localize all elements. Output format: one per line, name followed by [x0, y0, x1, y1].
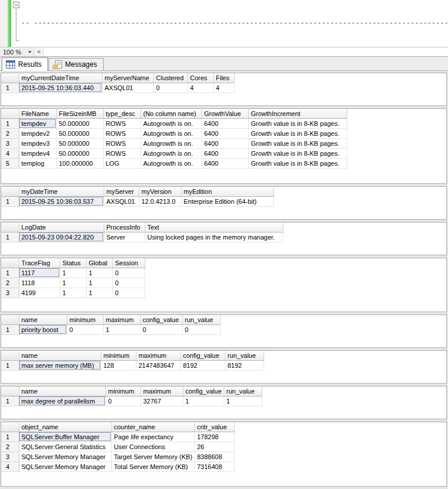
tab-results[interactable]: Results — [2, 57, 48, 71]
select-all-corner[interactable] — [1, 73, 19, 83]
cell[interactable]: AXSQL01 — [102, 83, 153, 93]
column-header[interactable]: name — [19, 351, 101, 360]
cell[interactable]: 1 — [60, 268, 86, 278]
cell[interactable]: Server — [104, 232, 145, 242]
cell[interactable]: Autogrowth is on. — [141, 148, 201, 158]
cell[interactable]: Growth value is in 8-KB pages. — [248, 148, 347, 158]
cell[interactable]: 0 — [140, 324, 182, 334]
select-all-corner[interactable] — [1, 387, 19, 396]
column-header[interactable]: config_value — [140, 315, 182, 324]
cell[interactable]: Growth value is in 8-KB pages. — [248, 118, 347, 128]
cell[interactable]: 8192 — [225, 360, 264, 370]
cell[interactable]: Total Server Memory (KB) — [111, 461, 194, 471]
column-header[interactable]: minimum — [67, 315, 103, 324]
cell[interactable]: 2015-09-25 10:36:03.537 — [19, 196, 104, 206]
cell[interactable]: 0 — [153, 83, 187, 93]
scroll-left-button[interactable]: < — [34, 47, 43, 56]
collapse-region-button[interactable]: − — [13, 2, 19, 8]
column-header[interactable]: run_value — [182, 315, 220, 324]
cell[interactable]: 0 — [112, 288, 145, 297]
column-header[interactable]: GrowthIncrement — [248, 109, 347, 118]
cell[interactable]: Autogrowth is on. — [141, 158, 201, 168]
cell[interactable]: 1118 — [19, 278, 60, 288]
cell[interactable]: ROWS — [103, 138, 141, 148]
column-header[interactable]: Text — [145, 223, 283, 232]
column-header[interactable]: (No column name) — [141, 109, 201, 118]
column-header[interactable]: Global — [86, 258, 112, 268]
row-number[interactable]: 1 — [1, 118, 19, 128]
cell[interactable]: Enterprise Edition (64-bit) — [181, 196, 273, 206]
cell[interactable]: 0 — [67, 324, 103, 334]
cell[interactable]: 1 — [103, 324, 140, 334]
cell[interactable]: Growth value is in 8-KB pages. — [248, 128, 347, 138]
row-number[interactable]: 3 — [1, 452, 19, 461]
column-header[interactable]: name — [19, 315, 67, 324]
cell[interactable]: Growth value is in 8-KB pages. — [248, 158, 347, 168]
cell[interactable]: 50.000000 — [56, 118, 103, 128]
column-header[interactable]: run_value — [224, 387, 262, 396]
column-header[interactable]: LogDate — [19, 223, 104, 232]
cell[interactable]: ROWS — [103, 148, 141, 158]
cell[interactable]: Page life expectancy — [111, 432, 194, 442]
sql-editor[interactable]: − -- -----------------------------------… — [0, 0, 448, 47]
row-number[interactable]: 2 — [1, 442, 19, 452]
cell[interactable]: ROWS — [103, 118, 141, 128]
cell[interactable]: 1 — [183, 396, 224, 406]
row-number[interactable]: 1 — [1, 360, 19, 370]
column-header[interactable]: FileSizeinMB — [56, 109, 103, 118]
horizontal-scrollbar-track[interactable] — [43, 47, 448, 56]
cell[interactable]: Autogrowth is on. — [141, 128, 201, 138]
cell[interactable]: User Connections — [111, 442, 194, 452]
cell[interactable]: 32767 — [141, 396, 183, 406]
column-header[interactable]: minimum — [101, 351, 136, 360]
cell[interactable]: 26 — [194, 442, 234, 452]
column-header[interactable]: FileName — [19, 109, 56, 118]
cell[interactable]: 2147483647 — [136, 360, 180, 370]
column-header[interactable]: counter_name — [111, 422, 194, 432]
cell[interactable]: 1 — [60, 278, 86, 288]
row-number[interactable]: 3 — [1, 138, 19, 148]
cell[interactable]: 4 — [187, 83, 213, 93]
column-header[interactable]: ProcessInfo — [104, 223, 145, 232]
cell[interactable]: 1 — [60, 288, 86, 297]
column-header[interactable]: maximum — [141, 387, 183, 396]
cell[interactable]: Target Server Memory (KB) — [111, 452, 194, 461]
column-header[interactable]: myServer — [104, 187, 139, 196]
select-all-corner[interactable] — [1, 223, 19, 232]
cell[interactable]: Autogrowth is on. — [141, 118, 201, 128]
zoom-level-select[interactable]: 100 % — [0, 47, 34, 56]
row-number[interactable]: 1 — [1, 196, 19, 206]
cell[interactable]: 6400 — [201, 118, 248, 128]
cell[interactable]: 0 — [182, 324, 220, 334]
cell[interactable]: Growth value is in 8-KB pages. — [248, 138, 347, 148]
column-header[interactable]: Session — [112, 258, 145, 268]
cell[interactable]: tempdev3 — [19, 138, 56, 148]
cell[interactable]: 2015-09-25 10:36:03.440 — [19, 83, 102, 93]
row-number[interactable]: 3 — [1, 288, 19, 297]
cell[interactable]: 8388608 — [194, 452, 234, 461]
row-number[interactable]: 2 — [1, 278, 19, 288]
cell[interactable]: 12.0.4213.0 — [139, 196, 181, 206]
select-all-corner[interactable] — [1, 187, 19, 196]
column-header[interactable]: myDateTime — [19, 187, 104, 196]
column-header[interactable]: config_value — [180, 351, 225, 360]
cell[interactable]: priority boost — [19, 324, 67, 334]
select-all-corner[interactable] — [1, 109, 19, 118]
column-header[interactable]: run_value — [225, 351, 264, 360]
column-header[interactable]: Status — [60, 258, 86, 268]
column-header[interactable]: name — [19, 387, 105, 396]
cell[interactable]: 6400 — [201, 128, 248, 138]
row-number[interactable]: 2 — [1, 128, 19, 138]
select-all-corner[interactable] — [1, 422, 19, 432]
cell[interactable]: Using locked pages in the memory manager… — [145, 232, 283, 242]
cell[interactable]: ROWS — [103, 128, 141, 138]
cell[interactable]: 100.000000 — [56, 158, 103, 168]
cell[interactable]: 128 — [101, 360, 136, 370]
cell[interactable]: SQLServer:Buffer Manager — [19, 432, 111, 442]
select-all-corner[interactable] — [1, 258, 19, 268]
cell[interactable]: 6400 — [201, 138, 248, 148]
cell[interactable]: 6400 — [201, 158, 248, 168]
row-number[interactable]: 4 — [1, 148, 19, 158]
row-number[interactable]: 4 — [1, 461, 19, 471]
row-number[interactable]: 1 — [1, 83, 19, 93]
